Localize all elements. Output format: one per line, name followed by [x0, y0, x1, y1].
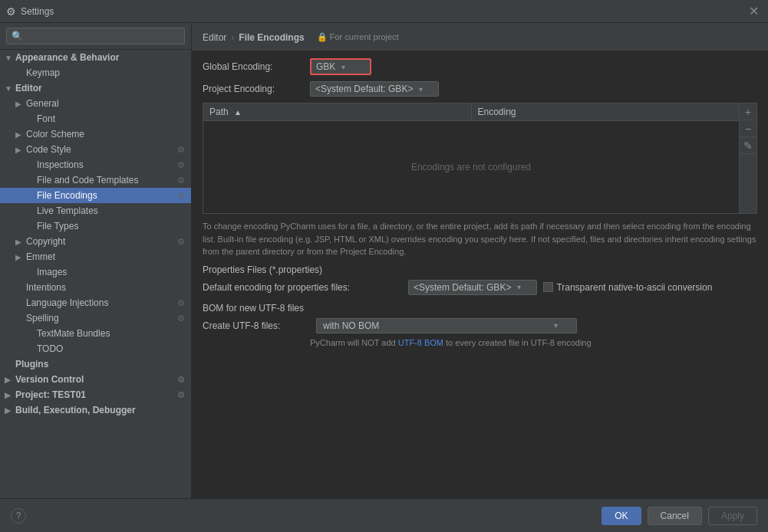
transparent-label-text: Transparent native-to-ascii conversion	[556, 282, 712, 293]
main-container: ▼ Appearance & Behavior Keymap ▼ Editor …	[0, 23, 768, 498]
project-encoding-arrow: ▾	[419, 85, 423, 94]
sidebar: ▼ Appearance & Behavior Keymap ▼ Editor …	[0, 23, 192, 498]
sidebar-label-color-scheme: Color Scheme	[26, 129, 84, 140]
expand-icon-copyright: ▶	[15, 238, 26, 246]
sidebar-item-textmate-bundles[interactable]: TextMate Bundles	[0, 326, 191, 341]
table-col-encoding[interactable]: Encoding	[472, 103, 740, 120]
sidebar-item-build-execution[interactable]: ▶ Build, Execution, Debugger	[0, 402, 191, 418]
sidebar-label-textmate-bundles: TextMate Bundles	[37, 328, 110, 339]
sidebar-item-font[interactable]: Font	[0, 111, 191, 126]
sidebar-item-intentions[interactable]: Intentions	[0, 280, 191, 295]
project-encoding-value: <System Default: GBK>	[315, 84, 413, 94]
ok-button[interactable]: OK	[602, 507, 641, 525]
for-current-project-note: 🔒 For current project	[317, 32, 399, 42]
search-input[interactable]	[6, 28, 185, 44]
expand-icon-vc: ▶	[5, 376, 15, 384]
project-encoding-dropdown[interactable]: <System Default: GBK> ▾	[310, 81, 439, 97]
sidebar-label-font: Font	[37, 113, 55, 124]
create-utf8-row: Create UTF-8 files: with NO BOM ▾	[203, 318, 757, 333]
utf8-note-suffix: to every created file in UTF-8 encoding	[446, 338, 592, 347]
global-encoding-row: Global Encoding: GBK ▾	[203, 58, 757, 75]
sidebar-item-code-style[interactable]: ▶ Code Style ⚙	[0, 142, 191, 157]
sidebar-item-version-control[interactable]: ▶ Version Control ⚙	[0, 372, 191, 387]
sidebar-label-editor: Editor	[15, 83, 42, 94]
sidebar-item-keymap[interactable]: Keymap	[0, 65, 191, 80]
sidebar-label-intentions: Intentions	[26, 282, 66, 293]
cancel-button[interactable]: Cancel	[648, 507, 702, 525]
add-row-button[interactable]: +	[740, 103, 756, 120]
default-encoding-dropdown[interactable]: <System Default: GBK> ▾	[408, 280, 537, 295]
sidebar-item-emmet[interactable]: ▶ Emmet	[0, 249, 191, 264]
gear-icon-file-enc: ⚙	[177, 191, 185, 201]
default-encoding-value: <System Default: GBK>	[414, 282, 511, 293]
sidebar-item-general[interactable]: ▶ General	[0, 96, 191, 111]
table-actions: + − ✎	[739, 103, 756, 213]
col-path-label: Path	[209, 107, 229, 117]
sidebar-label-build-execution: Build, Execution, Debugger	[15, 405, 136, 415]
gear-icon-inspections: ⚙	[177, 160, 185, 170]
default-encoding-row: Default encoding for properties files: <…	[203, 280, 757, 295]
sidebar-label-version-control: Version Control	[15, 374, 84, 385]
sidebar-item-appearance-behavior[interactable]: ▼ Appearance & Behavior	[0, 50, 191, 65]
gear-icon-code-style: ⚙	[177, 145, 185, 155]
breadcrumb-separator: ›	[231, 32, 234, 43]
sidebar-item-color-scheme[interactable]: ▶ Color Scheme	[0, 126, 191, 142]
create-utf8-dropdown[interactable]: with NO BOM ▾	[316, 318, 577, 333]
sidebar-item-project-test01[interactable]: ▶ Project: TEST01 ⚙	[0, 387, 191, 402]
breadcrumb-parent: Editor	[203, 32, 226, 43]
sidebar-item-copyright[interactable]: ▶ Copyright ⚙	[0, 234, 191, 249]
utf8-bom-link[interactable]: UTF-8 BOM	[398, 338, 443, 347]
table-col-path[interactable]: Path ▲	[203, 103, 472, 120]
bom-section: BOM for new UTF-8 files Create UTF-8 fil…	[203, 303, 757, 347]
close-button[interactable]: ✕	[746, 4, 762, 18]
remove-row-button[interactable]: −	[740, 120, 756, 137]
expand-icon-project: ▶	[5, 391, 15, 399]
sidebar-item-inspections[interactable]: Inspections ⚙	[0, 157, 191, 172]
sidebar-label-plugins: Plugins	[15, 359, 48, 369]
gear-icon-vc: ⚙	[177, 375, 185, 385]
sidebar-label-general: General	[26, 98, 59, 109]
sort-icon: ▲	[234, 108, 242, 117]
sidebar-item-images[interactable]: Images	[0, 264, 191, 280]
expand-icon-code-style: ▶	[15, 146, 26, 154]
gear-icon-file-code: ⚙	[177, 176, 185, 186]
search-box	[0, 23, 191, 50]
sidebar-label-keymap: Keymap	[26, 67, 60, 78]
transparent-checkbox-label[interactable]: Transparent native-to-ascii conversion	[543, 282, 712, 293]
global-encoding-label: Global Encoding:	[203, 61, 310, 72]
gear-icon-lang-inj: ⚙	[177, 298, 185, 308]
edit-row-button[interactable]: ✎	[740, 137, 756, 154]
sidebar-item-language-injections[interactable]: Language Injections ⚙	[0, 295, 191, 310]
sidebar-label-file-encodings: File Encodings	[37, 190, 97, 201]
gear-icon-spelling: ⚙	[177, 314, 185, 323]
sidebar-label-todo: TODO	[37, 343, 63, 354]
gear-icon-copyright: ⚙	[177, 237, 185, 247]
utf8-note: PyCharm will NOT add UTF-8 BOM to every …	[310, 338, 757, 347]
sidebar-item-file-encodings[interactable]: File Encodings ⚙	[0, 188, 191, 203]
expand-icon-editor: ▼	[5, 84, 15, 93]
transparent-checkbox[interactable]	[543, 282, 553, 292]
sidebar-item-editor[interactable]: ▼ Editor	[0, 80, 191, 96]
expand-icon-general: ▶	[15, 100, 26, 108]
sidebar-item-spelling[interactable]: Spelling ⚙	[0, 310, 191, 326]
sidebar-item-plugins[interactable]: Plugins	[0, 356, 191, 372]
sidebar-label-inspections: Inspections	[37, 159, 84, 170]
encoding-table-wrapper: Path ▲ Encoding Encodings are not config…	[203, 103, 757, 214]
sidebar-label-emmet: Emmet	[26, 251, 55, 262]
help-button[interactable]: ?	[11, 508, 26, 524]
sidebar-label-file-types: File Types	[37, 221, 78, 232]
breadcrumb-current: File Encodings	[239, 32, 304, 43]
sidebar-item-todo[interactable]: TODO	[0, 341, 191, 356]
table-header: Path ▲ Encoding	[203, 103, 739, 121]
sidebar-item-live-templates[interactable]: Live Templates	[0, 203, 191, 218]
apply-button[interactable]: Apply	[708, 507, 757, 525]
sidebar-item-file-code-templates[interactable]: File and Code Templates ⚙	[0, 172, 191, 188]
description-text: To change encoding PyCharm uses for a fi…	[203, 220, 757, 258]
global-encoding-dropdown[interactable]: GBK ▾	[310, 58, 371, 75]
col-encoding-label: Encoding	[478, 107, 516, 117]
gear-icon-project: ⚙	[177, 390, 185, 400]
default-encoding-dd-arrow: ▾	[517, 283, 521, 291]
encoding-table-main: Path ▲ Encoding Encodings are not config…	[203, 103, 739, 213]
content-body: Global Encoding: GBK ▾ Project Encoding:…	[192, 51, 768, 498]
sidebar-item-file-types[interactable]: File Types	[0, 218, 191, 234]
